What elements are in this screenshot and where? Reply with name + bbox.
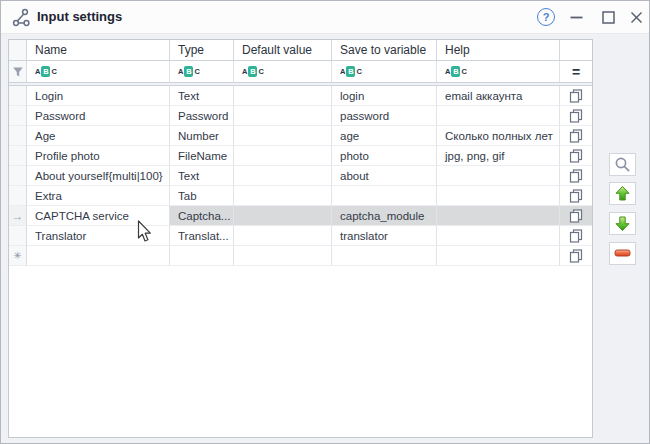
cell-help[interactable]: email аккаунта [437, 86, 560, 106]
copy-row-button[interactable] [560, 126, 592, 146]
cell-default-value[interactable] [234, 226, 332, 246]
row-indicator[interactable] [9, 86, 27, 106]
row-indicator[interactable] [9, 146, 27, 166]
cell-help[interactable] [437, 246, 560, 266]
cell-default-value[interactable] [234, 126, 332, 146]
cell-type[interactable]: Text [170, 166, 234, 186]
cell-save-to-variable[interactable]: password [332, 106, 437, 126]
row-indicator[interactable] [9, 106, 27, 126]
filter-cell-type[interactable]: ABC [170, 61, 234, 82]
filter-cell-help[interactable]: ABC [437, 61, 560, 82]
filter-row: ABC ABC ABC ABC ABC = [9, 61, 592, 83]
cell-help[interactable] [437, 106, 560, 126]
table-row[interactable]: Translator Translat... translator [9, 226, 592, 246]
filter-cell-equals[interactable]: = [560, 61, 592, 82]
cell-name[interactable]: Translator [27, 226, 170, 246]
move-down-button[interactable] [609, 212, 636, 235]
row-indicator[interactable] [9, 186, 27, 206]
cell-name[interactable]: Profile photo [27, 146, 170, 166]
cell-type[interactable]: Captcha... [170, 206, 234, 226]
filter-cell-default-value[interactable]: ABC [234, 61, 332, 82]
cell-help[interactable] [437, 186, 560, 206]
cell-help[interactable]: jpg, png, gif [437, 146, 560, 166]
cell-default-value[interactable] [234, 106, 332, 126]
row-indicator[interactable] [9, 126, 27, 146]
copy-row-button[interactable] [560, 86, 592, 106]
remove-row-button[interactable] [609, 242, 636, 265]
cell-type[interactable]: FileName [170, 146, 234, 166]
cell-help[interactable] [437, 226, 560, 246]
cell-default-value[interactable] [234, 146, 332, 166]
cell-name[interactable]: CAPTCHA service [27, 206, 170, 226]
table-row[interactable]: Extra Tab [9, 186, 592, 206]
table-row[interactable]: About yourself{multi|100} Text about [9, 166, 592, 186]
cell-default-value[interactable] [234, 246, 332, 266]
cell-save-to-variable[interactable]: age [332, 126, 437, 146]
cell-help[interactable] [437, 166, 560, 186]
column-header-name[interactable]: Name [27, 40, 170, 60]
current-row-indicator[interactable]: → [9, 206, 27, 226]
cell-save-to-variable[interactable]: about [332, 166, 437, 186]
filter-cell-name[interactable]: ABC [27, 61, 170, 82]
copy-row-button[interactable] [560, 206, 592, 226]
cell-save-to-variable[interactable]: photo [332, 146, 437, 166]
minimize-icon [570, 16, 583, 19]
abc-contains-icon[interactable]: ABC [445, 66, 467, 77]
column-header-default-value[interactable]: Default value [234, 40, 332, 60]
cell-default-value[interactable] [234, 206, 332, 226]
cell-type[interactable]: Password [170, 106, 234, 126]
move-up-button[interactable] [609, 182, 636, 205]
cell-name[interactable]: Age [27, 126, 170, 146]
cell-save-to-variable[interactable]: login [332, 86, 437, 106]
current-row-arrow-icon: → [12, 210, 24, 222]
table-row[interactable]: Profile photo FileName photo jpg, png, g… [9, 146, 592, 166]
column-header-help[interactable]: Help [437, 40, 560, 60]
table-row[interactable]: Password Password password [9, 106, 592, 126]
search-button[interactable] [609, 153, 636, 176]
copy-row-button[interactable] [560, 166, 592, 186]
help-button[interactable]: ? [537, 8, 555, 26]
filter-cell-save-to-variable[interactable]: ABC [332, 61, 437, 82]
copy-row-button[interactable] [560, 246, 592, 266]
cell-default-value[interactable] [234, 186, 332, 206]
copy-row-button[interactable] [560, 186, 592, 206]
cell-save-to-variable[interactable] [332, 186, 437, 206]
cell-help[interactable] [437, 206, 560, 226]
cell-save-to-variable[interactable]: captcha_module [332, 206, 437, 226]
cell-save-to-variable[interactable] [332, 246, 437, 266]
table-row[interactable]: Age Number age Сколько полных лет [9, 126, 592, 146]
abc-contains-icon[interactable]: ABC [178, 66, 200, 77]
row-indicator[interactable] [9, 226, 27, 246]
copy-row-button[interactable] [560, 226, 592, 246]
maximize-button[interactable] [597, 7, 619, 27]
copy-row-button[interactable] [560, 146, 592, 166]
new-row[interactable]: ✳ [9, 246, 592, 266]
cell-type[interactable]: Translat... [170, 226, 234, 246]
minimize-button[interactable] [565, 7, 587, 27]
cell-name[interactable] [27, 246, 170, 266]
table-row[interactable]: Login Text login email аккаунта [9, 86, 592, 106]
cell-default-value[interactable] [234, 86, 332, 106]
copy-row-button[interactable] [560, 106, 592, 126]
cell-help[interactable]: Сколько полных лет [437, 126, 560, 146]
abc-contains-icon[interactable]: ABC [340, 66, 362, 77]
cell-type[interactable]: Tab [170, 186, 234, 206]
abc-contains-icon[interactable]: ABC [242, 66, 264, 77]
cell-name[interactable]: Extra [27, 186, 170, 206]
window-title: Input settings [37, 9, 122, 24]
cell-save-to-variable[interactable]: translator [332, 226, 437, 246]
table-row-selected[interactable]: → CAPTCHA service Captcha... captcha_mod… [9, 206, 592, 226]
cell-type[interactable]: Number [170, 126, 234, 146]
cell-name[interactable]: Login [27, 86, 170, 106]
cell-type[interactable] [170, 246, 234, 266]
titlebar[interactable]: Input settings ? [1, 1, 649, 34]
column-header-save-to-variable[interactable]: Save to variable [332, 40, 437, 60]
column-header-type[interactable]: Type [170, 40, 234, 60]
cell-name[interactable]: About yourself{multi|100} [27, 166, 170, 186]
abc-contains-icon[interactable]: ABC [35, 66, 57, 77]
close-button[interactable] [625, 7, 647, 27]
cell-type[interactable]: Text [170, 86, 234, 106]
cell-default-value[interactable] [234, 166, 332, 186]
cell-name[interactable]: Password [27, 106, 170, 126]
row-indicator[interactable] [9, 166, 27, 186]
